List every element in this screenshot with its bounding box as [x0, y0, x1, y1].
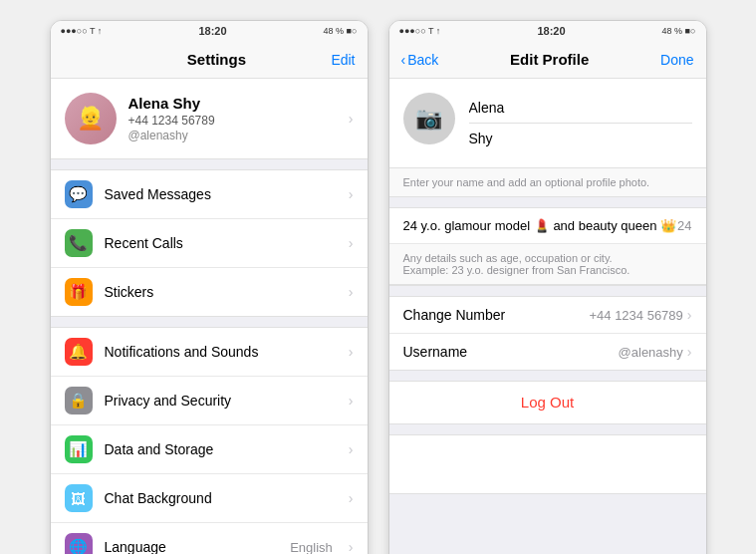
saved-messages-label: Saved Messages: [105, 186, 337, 202]
chat-background-label: Chat Background: [105, 490, 337, 506]
last-name-input[interactable]: [469, 131, 692, 146]
edit-profile-section: 📷: [389, 79, 706, 168]
edit-profile-title: Edit Profile: [510, 51, 589, 68]
profile-section[interactable]: 👱 Alena Shy +44 1234 56789 @alenashy ›: [51, 79, 368, 159]
bio-count: 24: [677, 218, 691, 233]
chevron-icon: ›: [349, 490, 354, 506]
battery-left: 48 % ■○: [324, 26, 358, 36]
empty-section: [389, 434, 706, 494]
username-row[interactable]: Username @alenashy ›: [389, 334, 706, 371]
bio-hint: Any details such as age, occupation or c…: [389, 244, 706, 285]
settings-nav-bar: Settings Edit: [51, 41, 368, 79]
recent-calls-icon: 📞: [65, 229, 93, 257]
battery-right: 48 % ■○: [662, 26, 696, 36]
chat-background-icon: 🖼: [65, 484, 93, 512]
settings-group-2: 🔔 Notifications and Sounds › 🔒 Privacy a…: [51, 327, 368, 554]
first-name-input[interactable]: [469, 100, 692, 116]
time-right: 18:20: [537, 25, 565, 37]
edit-avatar[interactable]: 📷: [403, 93, 455, 144]
chevron-icon: ›: [349, 344, 354, 360]
privacy-label: Privacy and Security: [105, 393, 337, 409]
chevron-icon: ›: [349, 539, 354, 554]
chevron-icon: ›: [349, 235, 354, 251]
settings-screen: ●●●○○ T ↑ 18:20 48 % ■○ Settings Edit 👱 …: [50, 20, 369, 554]
profile-phone: +44 1234 56789: [128, 114, 337, 128]
edit-profile-nav-bar: ‹ Back Edit Profile Done: [389, 41, 706, 79]
chevron-icon: ›: [349, 186, 354, 202]
stickers-label: Stickers: [105, 284, 337, 300]
stickers-item[interactable]: 🎁 Stickers ›: [51, 268, 368, 316]
logout-text: Log Out: [521, 394, 574, 411]
privacy-security-item[interactable]: 🔒 Privacy and Security ›: [51, 377, 368, 425]
status-bar-left: ●●●○○ T ↑ 18:20 48 % ■○: [51, 21, 368, 41]
data-storage-icon: 📊: [65, 435, 93, 463]
language-value: English: [290, 540, 333, 555]
profile-username: @alenashy: [128, 129, 337, 142]
edit-fields: [469, 93, 692, 153]
chevron-icon: ›: [349, 111, 354, 127]
signal-left: ●●●○○ T ↑: [61, 26, 103, 36]
settings-title: Settings: [187, 51, 246, 68]
bio-section: 24 y.o. glamour model 💄 and beauty queen…: [389, 207, 706, 286]
name-hint: Enter your name and add an optional prof…: [389, 168, 706, 197]
chevron-icon: ›: [687, 307, 692, 323]
username-label: Username: [403, 344, 619, 360]
logout-section[interactable]: Log Out: [389, 381, 706, 424]
stickers-icon: 🎁: [65, 278, 93, 306]
bio-row: 24 y.o. glamour model 💄 and beauty queen…: [389, 208, 706, 244]
recent-calls-item[interactable]: 📞 Recent Calls ›: [51, 219, 368, 268]
signal-right: ●●●○○ T ↑: [399, 26, 441, 36]
privacy-icon: 🔒: [65, 387, 93, 415]
last-name-field: [469, 124, 692, 153]
username-value: @alenashy: [619, 345, 683, 360]
notifications-label: Notifications and Sounds: [105, 344, 337, 360]
notifications-icon: 🔔: [65, 338, 93, 366]
back-label: Back: [407, 52, 438, 68]
time-left: 18:20: [198, 25, 226, 37]
language-label: Language: [105, 539, 279, 554]
profile-info: Alena Shy +44 1234 56789 @alenashy: [128, 95, 337, 142]
back-button[interactable]: ‹ Back: [401, 52, 439, 68]
avatar: 👱: [65, 93, 117, 144]
status-bar-right: ●●●○○ T ↑ 18:20 48 % ■○: [389, 21, 706, 41]
profile-name: Alena Shy: [128, 95, 337, 112]
language-item[interactable]: 🌐 Language English ›: [51, 523, 368, 554]
change-number-label: Change Number: [403, 307, 590, 323]
bio-text: 24 y.o. glamour model 💄 and beauty queen…: [403, 218, 678, 233]
saved-messages-item[interactable]: 💬 Saved Messages ›: [51, 170, 368, 219]
chevron-icon: ›: [349, 284, 354, 300]
change-number-value: +44 1234 56789: [589, 308, 682, 323]
chevron-icon: ›: [687, 344, 692, 360]
language-icon: 🌐: [65, 533, 93, 554]
change-number-row[interactable]: Change Number +44 1234 56789 ›: [389, 296, 706, 334]
edit-profile-content: 📷 Enter your name and add an optional pr…: [389, 79, 706, 554]
done-button[interactable]: Done: [660, 52, 693, 68]
data-storage-label: Data and Storage: [105, 441, 337, 457]
settings-content: 👱 Alena Shy +44 1234 56789 @alenashy › 💬…: [51, 79, 368, 554]
chevron-icon: ›: [349, 393, 354, 409]
chat-background-item[interactable]: 🖼 Chat Background ›: [51, 474, 368, 523]
notifications-item[interactable]: 🔔 Notifications and Sounds ›: [51, 328, 368, 377]
chevron-icon: ›: [349, 441, 354, 457]
saved-messages-icon: 💬: [65, 180, 93, 208]
settings-group-1: 💬 Saved Messages › 📞 Recent Calls › 🎁 St…: [51, 169, 368, 317]
settings-edit-button[interactable]: Edit: [331, 52, 355, 68]
edit-profile-screen: ●●●○○ T ↑ 18:20 48 % ■○ ‹ Back Edit Prof…: [388, 20, 707, 554]
data-storage-item[interactable]: 📊 Data and Storage ›: [51, 425, 368, 474]
first-name-field: [469, 93, 692, 124]
recent-calls-label: Recent Calls: [105, 235, 337, 251]
back-chevron-icon: ‹: [401, 52, 406, 68]
